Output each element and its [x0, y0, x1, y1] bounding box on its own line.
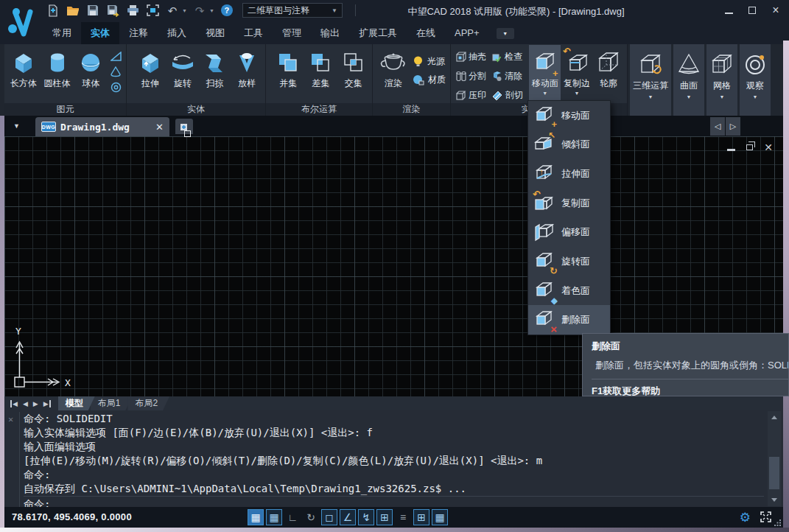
tab-model[interactable]: 模型: [58, 396, 95, 410]
menu-item-move-face[interactable]: + 移动面: [528, 101, 610, 130]
tab-insert[interactable]: 插入: [158, 22, 196, 44]
subtract-button[interactable]: 差集: [304, 45, 337, 103]
surface-button[interactable]: 曲面 ▼: [673, 44, 704, 116]
check-button[interactable]: 检查: [491, 51, 527, 63]
sweep-button[interactable]: 扫掠: [199, 45, 231, 103]
object-snap-icon[interactable]: ◻: [321, 509, 337, 525]
clean-button[interactable]: 清除: [491, 70, 527, 83]
separate-button[interactable]: 分割: [455, 70, 491, 83]
close-document-icon[interactable]: ✕: [155, 122, 164, 133]
box-button[interactable]: 长方体: [7, 45, 41, 103]
undo-icon[interactable]: ↶: [165, 3, 180, 18]
scroll-tabs-left-button[interactable]: ◁: [710, 117, 725, 136]
outline-button[interactable]: 轮廓: [593, 45, 625, 103]
tab-output[interactable]: 输出: [311, 22, 349, 44]
3d-operations-button[interactable]: 三维运算 ▼: [630, 44, 671, 116]
menu-item-rotate-face[interactable]: ↻ 旋转面: [528, 247, 610, 276]
tab-tools[interactable]: 工具: [234, 22, 273, 44]
ortho-icon[interactable]: ∟: [284, 509, 301, 525]
redo-icon[interactable]: ↷: [192, 3, 207, 18]
render-button[interactable]: 渲染: [376, 45, 411, 103]
grid-icon[interactable]: ▦: [266, 509, 282, 525]
doc-tab-list-dropdown-icon[interactable]: ▼: [13, 122, 20, 130]
menu-item-extrude-face[interactable]: ↑ 拉伸面: [528, 159, 610, 189]
tab-view[interactable]: 视图: [196, 22, 234, 44]
loft-button[interactable]: 放样: [231, 45, 263, 103]
annotation-scale-icon[interactable]: ▦: [432, 509, 448, 525]
workspace-dropdown[interactable]: 二维草图与注释 ▼: [242, 3, 343, 18]
save-as-icon[interactable]: [105, 3, 120, 18]
move-face-button[interactable]: + 移动面 ▼: [529, 45, 561, 103]
print-icon[interactable]: [125, 3, 140, 18]
light-button[interactable]: 光源: [411, 52, 446, 71]
cone-icon[interactable]: [110, 66, 122, 78]
dynamic-input-icon[interactable]: ↯: [358, 509, 374, 525]
open-file-icon[interactable]: [66, 3, 80, 18]
gear-icon[interactable]: ⚙: [740, 510, 751, 525]
previous-layout-icon[interactable]: ◀: [23, 400, 28, 407]
tab-layout1[interactable]: 布局1: [91, 396, 133, 410]
menu-item-copy-face[interactable]: ↶ 复制面: [528, 189, 610, 218]
tab-home[interactable]: 常用: [43, 22, 81, 44]
resize-grip-icon[interactable]: [774, 519, 782, 526]
next-layout-icon[interactable]: ▶: [33, 400, 38, 407]
minimize-button[interactable]: [723, 4, 734, 16]
material-button[interactable]: 材质: [411, 71, 446, 89]
tab-annotate[interactable]: 注释: [119, 22, 158, 44]
tab-online[interactable]: 在线: [407, 22, 445, 44]
doc-restore-icon[interactable]: [746, 144, 753, 150]
torus-icon[interactable]: [110, 81, 122, 94]
tab-manage[interactable]: 管理: [273, 22, 311, 44]
maximize-button[interactable]: [746, 4, 758, 16]
object-tracking-icon[interactable]: ∠: [340, 509, 356, 525]
last-layout-icon[interactable]: ▶: [43, 400, 51, 407]
slice-button[interactable]: 剖切: [491, 89, 527, 102]
copy-edge-button[interactable]: ↶ 复制边 ▼: [561, 45, 592, 103]
polar-tracking-icon[interactable]: ↻: [303, 509, 319, 525]
revolve-button[interactable]: 旋转: [166, 45, 199, 103]
tab-solid[interactable]: 实体: [81, 22, 119, 44]
doc-close-icon[interactable]: ✕: [764, 142, 773, 153]
snap-icon[interactable]: ▦: [248, 509, 264, 525]
lineweight-icon[interactable]: ⊞: [376, 509, 393, 525]
intersect-button[interactable]: 交集: [337, 45, 370, 103]
preview-icon[interactable]: [145, 3, 160, 18]
redo-dropdown-icon[interactable]: ▼: [209, 8, 214, 13]
doc-minimize-icon[interactable]: [727, 149, 735, 151]
sphere-button[interactable]: 球体: [74, 45, 108, 103]
command-window[interactable]: ✕ 命令: SOLIDEDIT 输入实体编辑选项 [面(F)/边(E)/体(B)…: [4, 410, 783, 507]
tab-app-plus[interactable]: APP+: [445, 22, 489, 44]
imprint-button[interactable]: 压印: [455, 89, 491, 102]
fullscreen-icon[interactable]: [760, 511, 771, 522]
mesh-button[interactable]: 网格 ▼: [706, 44, 737, 116]
document-tab[interactable]: DWG Drawing1.dwg ✕: [35, 117, 169, 136]
scroll-down-icon[interactable]: [771, 498, 777, 502]
save-icon[interactable]: [85, 3, 100, 18]
scroll-tabs-right-button[interactable]: ▷: [726, 117, 740, 136]
extrude-icon: [138, 49, 163, 77]
observe-button[interactable]: 观察 ▼: [740, 44, 771, 116]
shell-button[interactable]: 抽壳: [455, 51, 491, 63]
menu-item-delete-face[interactable]: × 删除面: [528, 305, 610, 335]
command-close-icon[interactable]: ✕: [8, 414, 13, 424]
tab-layout2[interactable]: 布局2: [127, 396, 169, 410]
menu-icon[interactable]: ≡: [395, 509, 411, 525]
undo-dropdown-icon[interactable]: ▼: [182, 8, 187, 13]
tab-express[interactable]: 扩展工具: [349, 22, 407, 44]
menu-item-offset-face[interactable]: 偏移面: [528, 218, 610, 248]
scroll-up-icon[interactable]: [771, 416, 777, 419]
quick-properties-icon[interactable]: ⊞: [413, 509, 429, 525]
wedge-icon[interactable]: [110, 50, 122, 63]
menu-item-taper-face[interactable]: ↖ 倾斜面: [528, 130, 610, 160]
extrude-button[interactable]: 拉伸: [134, 45, 166, 103]
envelope-icon[interactable]: ▼: [497, 28, 514, 39]
menu-item-color-face[interactable]: ◆ 着色面: [528, 276, 610, 306]
help-icon[interactable]: ?: [220, 3, 234, 18]
command-scrollbar[interactable]: [768, 411, 781, 506]
union-button[interactable]: 并集: [272, 45, 304, 103]
cylinder-button[interactable]: 圆柱体: [41, 45, 74, 103]
close-button[interactable]: ×: [770, 4, 782, 16]
scrollbar-thumb[interactable]: [769, 457, 779, 489]
new-file-icon[interactable]: [46, 3, 60, 18]
first-layout-icon[interactable]: ◀: [10, 400, 18, 407]
